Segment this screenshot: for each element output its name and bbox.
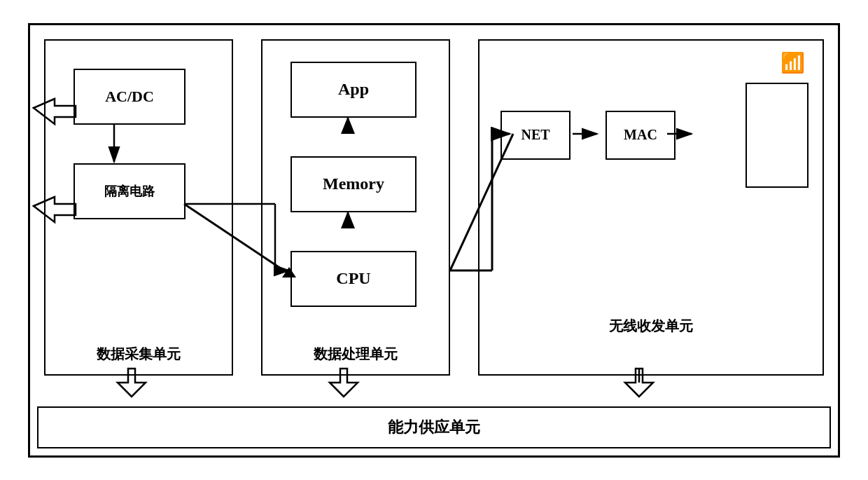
mac-label: MAC bbox=[624, 127, 657, 143]
memory-block: Memory bbox=[290, 156, 416, 212]
processing-unit: App Memory CPU 数据处理单元 bbox=[261, 39, 450, 376]
memory-label: Memory bbox=[323, 174, 384, 193]
isolation-block: 隔离电路 bbox=[74, 163, 186, 219]
app-block: App bbox=[290, 62, 416, 118]
diagram-outer: AC/DC 隔离电路 数据采集单元 App Memory CPU 数据处理单元 … bbox=[28, 23, 840, 458]
cpu-block: CPU bbox=[290, 251, 416, 307]
power-label: 能力供应单元 bbox=[388, 417, 480, 438]
net-block: NET bbox=[500, 111, 570, 160]
processing-label: 数据处理单元 bbox=[262, 345, 449, 364]
wireless-unit: 📶 NET MAC 无线收发单元 bbox=[478, 39, 824, 376]
wifi-icon: 📶 bbox=[780, 51, 805, 74]
acquisition-unit: AC/DC 隔离电路 数据采集单元 bbox=[44, 39, 233, 376]
app-label: App bbox=[338, 80, 369, 99]
antenna-block bbox=[746, 83, 808, 188]
acquisition-label: 数据采集单元 bbox=[46, 345, 232, 364]
net-label: NET bbox=[521, 127, 550, 143]
acdc-block: AC/DC bbox=[74, 69, 186, 125]
mac-block: MAC bbox=[606, 111, 676, 160]
power-unit: 能力供应单元 bbox=[37, 406, 831, 448]
isolation-label: 隔离电路 bbox=[104, 183, 155, 200]
acdc-label: AC/DC bbox=[105, 88, 154, 106]
wireless-label: 无线收发单元 bbox=[479, 317, 822, 336]
cpu-label: CPU bbox=[336, 269, 370, 288]
